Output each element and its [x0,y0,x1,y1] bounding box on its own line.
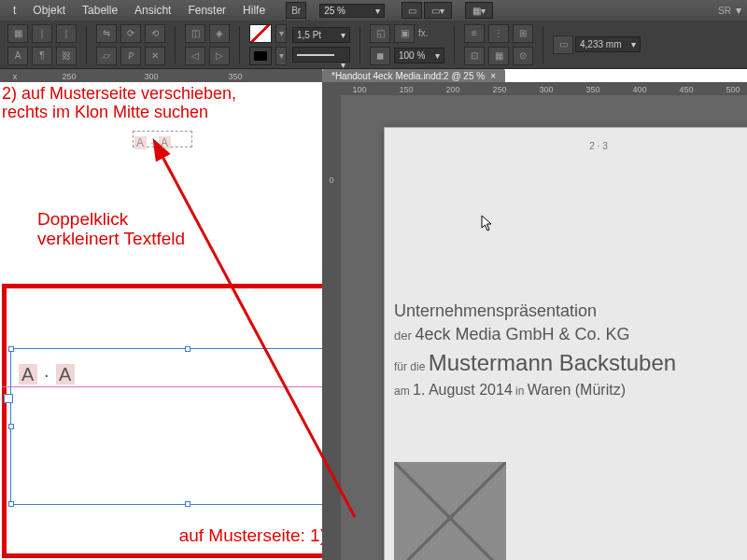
resize-handle[interactable] [185,501,190,507]
page-folio: 2 · 3 [385,141,747,151]
document-tab-bar: *Handout 4eck Media.indd:2 @ 25 % × [322,69,505,82]
folio-marker-dot: · [44,364,50,385]
align-icon[interactable]: ≡ [464,24,485,43]
ref-point-grid[interactable]: ▦ [7,24,28,43]
text-fragment: für die [394,360,429,373]
mouse-cursor-icon [481,215,494,234]
guide-line [2,386,374,387]
corner-options-icon[interactable]: ◱ [370,24,390,43]
master-folio-marker-large: A · A [19,364,75,385]
fit-frame-icon[interactable]: ⊡ [464,47,485,65]
fill-frame-icon[interactable]: ▦ [488,47,509,65]
menu-item-objekt[interactable]: Objekt [25,2,73,19]
select-content-icon[interactable]: ◈ [209,24,230,43]
folio-marker-a: A [134,136,147,149]
text-in-port[interactable] [4,394,13,403]
ruler-tick-label: x [13,72,18,81]
menu-item-ansicht[interactable]: Ansicht [127,2,178,19]
text-fragment: Waren (Müritz) [528,382,626,398]
frame-edge-icon[interactable]: ▭ [553,35,573,54]
distribute-icon[interactable]: ⋮ [488,24,509,43]
left-horizontal-ruler: x 250 300 350 [0,69,322,82]
text-fragment: Mustermann Backstuben [429,350,676,375]
clear-transform-icon[interactable]: ✕ [145,47,165,65]
resize-handle[interactable] [185,346,190,352]
next-object-icon[interactable]: ▷ [209,47,230,65]
close-tab-icon[interactable]: × [490,71,496,81]
rotate-icon[interactable]: ⟳ [120,24,141,43]
document-tab-title: *Handout 4eck Media.indd:2 @ 25 % [331,71,485,81]
annotation-line: verkleinert Textfeld [37,229,185,248]
resize-handle[interactable] [8,424,14,429]
y-field[interactable]: ｜ [56,24,77,43]
ruler-tick-label: 500 [726,85,740,94]
resize-handle[interactable] [8,501,14,507]
annotation-step1: auf Musterseite: 1) [179,525,326,546]
ruler-tick-label: 300 [144,72,158,81]
shear-icon[interactable]: ▱ [96,47,117,65]
fill-swatch[interactable] [249,24,272,43]
folio-marker-b: A [56,364,75,385]
resize-handle[interactable] [8,346,14,352]
stroke-weight-dropdown[interactable]: 1,5 Pt [292,27,350,43]
screen-mode-dropdown[interactable]: ▭▾ [424,2,452,19]
pasteboard[interactable]: 2 · 3 Unternehmenspräsentation der 4eck … [341,95,747,560]
stroke-dropdown-icon[interactable]: ▾ [275,47,287,65]
prev-object-icon[interactable]: ◁ [185,47,205,65]
ruler-tick-label: 350 [585,85,599,94]
ruler-tick-label: 150 [399,85,413,94]
document-page[interactable]: 2 · 3 Unternehmenspräsentation der 4eck … [384,127,747,560]
fill-dropdown-icon[interactable]: ▾ [275,24,287,43]
annotation-doppelklick: Doppelklick verkleinert Textfeld [37,209,185,249]
master-folio-marker-small: A · A [134,136,171,149]
fx-label[interactable]: fx. [418,28,429,38]
group-icon[interactable]: ⊞ [513,24,533,43]
ruler-tick-label: 350 [228,72,242,81]
arrange-dropdown[interactable]: ▦▾ [465,2,493,19]
heading-line4: am 1. August 2014 in Waren (Müritz) [394,382,747,399]
para-panel-icon[interactable]: ¶ [32,47,52,65]
flip-h-icon[interactable]: ⇋ [96,24,117,43]
ruler-tick-label: 250 [492,85,506,94]
menu-item-fenster[interactable]: Fenster [180,2,233,19]
selected-text-frame[interactable]: A · A ⤡ [10,348,365,505]
ruler-tick-label: 100 [352,85,366,94]
control-bar: ▦ ｜ ｜ A ¶ ⛓ ⇋ ⟳ ⟲ ▱ P ✕ ◫ ◈ ◁ ▷ [0,21,747,69]
char-panel-icon[interactable]: A [7,47,28,65]
drop-shadow-icon[interactable]: ◼ [370,47,390,65]
menu-item-t[interactable]: t [6,2,23,19]
stroke-swatch[interactable] [249,47,272,65]
center-content-icon[interactable]: ⊙ [513,47,533,65]
stroke-style-dropdown[interactable] [292,47,350,63]
page-text-content: Unternehmenspräsentation der 4eck Media … [394,301,747,399]
text-fragment: in [513,385,528,398]
ruler-tick-label: 200 [445,85,459,94]
x-field[interactable]: ｜ [32,24,52,43]
text-fragment: 1. August 2014 [413,382,513,398]
ruler-tick-label: 400 [632,85,646,94]
link-icon[interactable]: ⛓ [56,47,77,65]
zoom-level-dropdown[interactable]: 25 % [319,4,385,18]
text-wrap-icon[interactable]: ▣ [394,24,415,43]
annotation-line: Doppelklick [37,209,185,229]
select-container-icon[interactable]: ◫ [185,24,205,43]
workspace-label[interactable]: SR [718,6,731,16]
folio-marker-a: A [19,364,37,385]
heading-line3: für die Mustermann Backstuben [394,350,747,376]
ruler-tick-label: 250 [62,72,76,81]
w-field[interactable]: 4,233 mm [575,36,641,52]
p-icon[interactable]: P [120,47,141,65]
menu-item-hilfe[interactable]: Hilfe [235,2,273,19]
rotate-ccw-icon[interactable]: ⟲ [145,24,165,43]
opacity-dropdown[interactable]: 100 % [394,48,444,63]
document-tab[interactable]: *Handout 4eck Media.indd:2 @ 25 % × [322,69,505,82]
ruler-tick-label: 0 [322,175,341,185]
image-placeholder-frame[interactable] [394,462,506,560]
left-document-view: x 250 300 350 2) auf Musterseite verschi… [0,69,322,560]
bridge-button[interactable]: Br [286,2,306,19]
menu-bar: t Objekt Tabelle Ansicht Fenster Hilfe B… [0,0,747,21]
right-document-view: 0 100 150 200 250 300 350 400 450 500 2 … [322,82,747,560]
view-mode-button[interactable]: ▭ [402,2,422,19]
heading-line1: Unternehmenspräsentation [394,301,747,321]
menu-item-tabelle[interactable]: Tabelle [75,2,125,19]
